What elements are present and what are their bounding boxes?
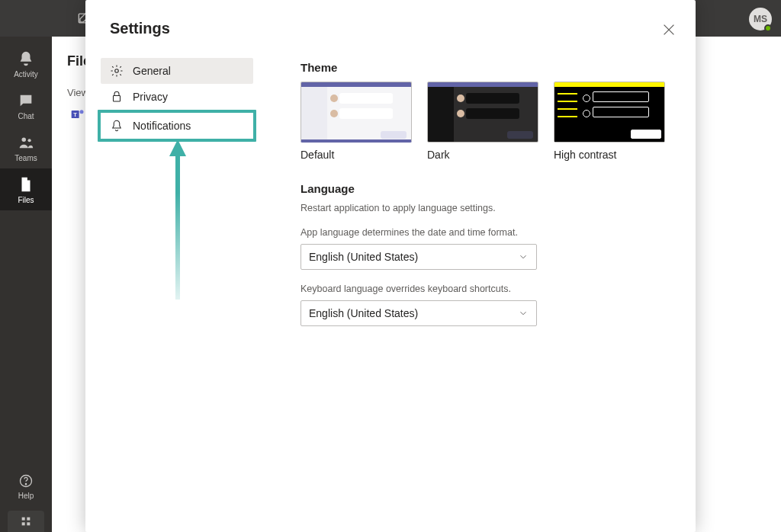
app-language-note: App language determines the date and tim… xyxy=(301,227,671,238)
nav-privacy[interactable]: Privacy xyxy=(101,84,253,110)
keyboard-language-select[interactable]: English (United States) xyxy=(301,300,537,326)
keyboard-language-value: English (United States) xyxy=(309,307,418,319)
app-language-select[interactable]: English (United States) xyxy=(301,244,537,270)
lock-icon xyxy=(110,90,124,104)
theme-dark-label: Dark xyxy=(427,149,538,161)
nav-general-label: General xyxy=(133,65,171,77)
settings-modal: Settings General Privacy Notifications T… xyxy=(85,0,696,532)
nav-notifications-label: Notifications xyxy=(133,120,191,132)
svg-rect-13 xyxy=(114,96,121,102)
theme-default-thumb xyxy=(301,82,412,143)
keyboard-language-note: Keyboard language overrides keyboard sho… xyxy=(301,284,671,294)
nav-privacy-label: Privacy xyxy=(133,91,168,103)
language-heading: Language xyxy=(301,182,671,195)
theme-dark[interactable]: Dark xyxy=(427,82,538,161)
settings-content: Theme Default xyxy=(301,61,671,326)
theme-hc-thumb xyxy=(554,82,665,143)
theme-hc-label: High contrast xyxy=(554,149,665,161)
gear-icon xyxy=(110,64,124,78)
settings-nav: General Privacy Notifications xyxy=(101,58,253,142)
theme-high-contrast[interactable]: High contrast xyxy=(554,82,665,161)
theme-heading: Theme xyxy=(301,61,671,74)
theme-default-label: Default xyxy=(301,149,412,161)
theme-default[interactable]: Default xyxy=(301,82,412,161)
app-language-value: English (United States) xyxy=(309,251,418,263)
chevron-down-icon xyxy=(518,308,529,319)
theme-dark-thumb xyxy=(427,82,538,143)
chevron-down-icon xyxy=(518,252,529,262)
nav-general[interactable]: General xyxy=(101,58,253,84)
svg-point-12 xyxy=(115,69,119,73)
theme-options: Default Dark xyxy=(301,82,671,161)
modal-overlay: Settings General Privacy Notifications T… xyxy=(0,0,781,532)
close-button[interactable] xyxy=(660,21,677,38)
bell-icon xyxy=(110,119,124,133)
nav-notifications[interactable]: Notifications xyxy=(101,113,253,139)
annotation-highlight: Notifications xyxy=(98,110,256,142)
language-restart-note: Restart application to apply language se… xyxy=(301,203,671,213)
modal-title: Settings xyxy=(110,20,170,37)
